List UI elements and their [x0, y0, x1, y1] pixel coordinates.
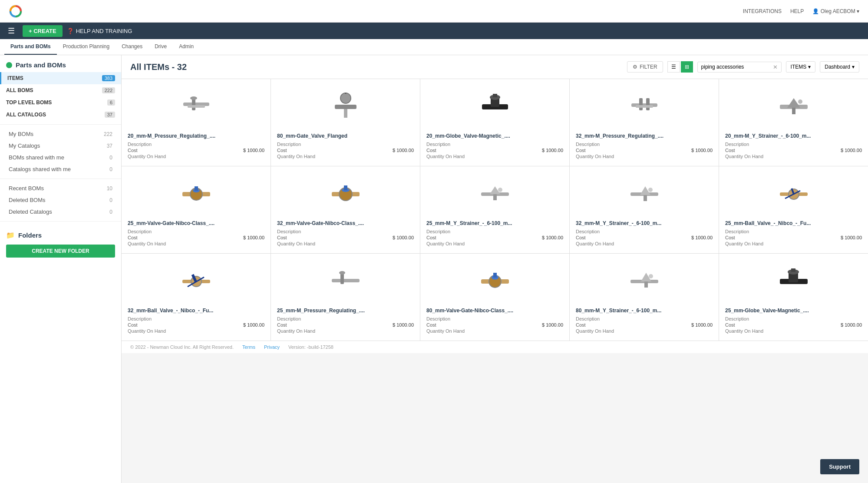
svg-point-3: [190, 96, 197, 100]
create-button[interactable]: + CREATE: [23, 25, 63, 37]
grid-view-button[interactable]: ⊞: [681, 61, 693, 73]
item-card[interactable]: 32_mm-Valve-Gate-Nibco-Class_.... Descri…: [271, 166, 420, 253]
create-folder-button[interactable]: CREATE NEW FOLDER: [6, 245, 115, 258]
sub-navigation: Parts and BOMs Production Planning Chang…: [0, 39, 868, 55]
user-menu[interactable]: 👤 Oleg AECBOM ▾: [812, 8, 859, 14]
item-image: [426, 260, 563, 303]
item-qty: Quantity On Hand: [426, 328, 465, 334]
sidebar-sub-deleted-catalogs[interactable]: Deleted Catalogs 0: [0, 206, 121, 218]
sidebar-sub-my-boms[interactable]: My BOMs 222: [0, 128, 121, 140]
item-image: [576, 172, 713, 216]
item-card[interactable]: 80_mm-Gate_Valve_Flanged Description Cos…: [271, 79, 420, 166]
filter-button[interactable]: ⚙ FILTER: [627, 61, 663, 73]
item-card[interactable]: 32_mm-M_Pressure_Regulating_.... Descrip…: [570, 79, 719, 166]
catalogs-shared-count: 0: [109, 166, 112, 172]
item-qty: Quantity On Hand: [277, 328, 315, 334]
svg-point-38: [648, 188, 653, 192]
item-name: 80_mm-Valve-Gate-Nibco-Class_....: [426, 308, 513, 314]
footer-copyright: © 2022 - Newman Cloud Inc. All Right Res…: [130, 344, 234, 350]
support-button[interactable]: Support: [820, 459, 859, 474]
sidebar-sub-my-catalogs[interactable]: My Catalogs 37: [0, 140, 121, 152]
item-name: 20_mm-Globe_Valve-Magnetic_....: [426, 133, 510, 139]
dashboard-dropdown-button[interactable]: Dashboard ▾: [820, 61, 859, 73]
svg-rect-56: [493, 273, 497, 278]
items-dropdown-button[interactable]: ITEMS ▾: [786, 61, 816, 73]
svg-rect-15: [646, 98, 650, 110]
subnav-drive[interactable]: Drive: [149, 39, 173, 55]
item-card[interactable]: 25_mm-Valve-Gate-Nibco-Class_.... Descri…: [122, 166, 271, 253]
subnav-changes[interactable]: Changes: [116, 39, 149, 55]
item-card[interactable]: 32_mm-M_Y_Strainer_-_6-100_m... Descript…: [570, 166, 719, 253]
svg-rect-2: [192, 98, 195, 110]
item-card[interactable]: 20_mm-M_Y_Strainer_-_6-100_m... Descript…: [719, 79, 868, 166]
logo-area: [9, 4, 23, 18]
item-card[interactable]: 25_mm-M_Y_Strainer_-_6-100_m... Descript…: [420, 166, 569, 253]
item-card[interactable]: 80_mm-Valve-Gate-Nibco-Class_.... Descri…: [420, 254, 569, 341]
sidebar-parts-boms-title: Parts and BOMs: [16, 61, 66, 69]
item-shape: [478, 89, 512, 124]
search-clear-button[interactable]: ✕: [773, 64, 778, 70]
sidebar-item-all-catalogs[interactable]: ALL CATALOGS 37: [0, 109, 121, 121]
integrations-link[interactable]: INTEGRATIONS: [743, 8, 782, 14]
item-description: Description: [277, 316, 301, 321]
sidebar-item-top-level-boms[interactable]: TOP LEVEL BOMS 6: [0, 96, 121, 109]
item-description: Description: [128, 229, 152, 234]
action-bar: ☰ + CREATE ❓ HELP AND TRAINING: [0, 23, 868, 39]
footer-privacy-link[interactable]: Privacy: [264, 344, 280, 350]
cost-value: $ 1000.00: [243, 148, 264, 153]
item-image: [128, 260, 264, 303]
item-card[interactable]: 25_mm-M_Pressure_Regulating_.... Descrip…: [271, 254, 420, 341]
item-image: [426, 85, 563, 129]
svg-rect-8: [344, 109, 347, 118]
top-navigation: INTEGRATIONS HELP 👤 Oleg AECBOM ▾: [0, 0, 868, 23]
cost-label: Cost: [128, 148, 138, 153]
sidebar-item-all-boms[interactable]: ALL BOMS 222: [0, 84, 121, 96]
item-name: 32_mm-Valve-Gate-Nibco-Class_....: [277, 220, 364, 226]
item-card[interactable]: 25_mm-Ball_Valve_-_Nibco_-_Fu... Descrip…: [719, 166, 868, 253]
deleted-catalogs-count: 0: [109, 209, 112, 215]
boms-shared-label: BOMs shared with me: [9, 154, 64, 161]
subnav-parts-boms[interactable]: Parts and BOMs: [4, 39, 57, 55]
item-cost-row: Cost $ 1000.00: [128, 322, 264, 328]
item-cost-row: Cost $ 1000.00: [576, 235, 713, 240]
item-card[interactable]: 20_mm-Globe_Valve-Magnetic_.... Descript…: [420, 79, 569, 166]
subnav-production-planning[interactable]: Production Planning: [57, 39, 116, 55]
sidebar-sub-recent-boms[interactable]: Recent BOMs 10: [0, 182, 121, 194]
list-view-button[interactable]: ☰: [667, 61, 680, 73]
sidebar-divider-2: [0, 179, 121, 179]
item-cost-row: Cost $ 1000.00: [426, 235, 563, 240]
item-description: Description: [128, 316, 152, 321]
item-name: 20_mm-M_Pressure_Regulating_....: [128, 133, 215, 139]
svg-rect-14: [639, 98, 643, 110]
help-link[interactable]: HELP: [790, 8, 804, 14]
my-catalogs-count: 37: [107, 143, 112, 149]
sidebar-sub-deleted-boms[interactable]: Deleted BOMs 0: [0, 194, 121, 206]
subnav-admin[interactable]: Admin: [173, 39, 200, 55]
deleted-boms-label: Deleted BOMs: [9, 197, 46, 203]
item-cost-row: Cost $ 1000.00: [277, 148, 414, 153]
item-image: [128, 85, 264, 129]
sidebar-sub-catalogs-shared[interactable]: Catalogs shared with me 0: [0, 163, 121, 175]
svg-rect-16: [636, 105, 653, 108]
item-image: [725, 85, 862, 129]
sidebar-item-items[interactable]: ITEMS 383: [0, 72, 121, 84]
item-card[interactable]: 25_mm-Globe_Valve-Magnetic_.... Descript…: [719, 254, 868, 341]
item-card[interactable]: 20_mm-M_Pressure_Regulating_.... Descrip…: [122, 79, 271, 166]
item-card[interactable]: 80_mm-M_Y_Strainer_-_6-100_m... Descript…: [570, 254, 719, 341]
item-description: Description: [576, 229, 600, 234]
item-description: Description: [426, 316, 450, 321]
content-header-controls: ⚙ FILTER ☰ ⊞ ✕ ITEMS ▾ Dashboard ▾: [627, 61, 859, 73]
item-card[interactable]: 32_mm-Ball_Valve_-_Nibco_-_Fu... Descrip…: [122, 254, 271, 341]
hamburger-button[interactable]: ☰: [4, 24, 18, 37]
item-qty: Quantity On Hand: [725, 241, 763, 246]
search-input[interactable]: [701, 64, 771, 70]
svg-point-34: [498, 188, 502, 192]
folders-label: Folders: [18, 232, 42, 239]
svg-point-20: [798, 99, 802, 104]
item-name: 25_mm-M_Pressure_Regulating_....: [277, 308, 365, 314]
footer-terms-link[interactable]: Terms: [242, 344, 255, 350]
sidebar-sub-boms-shared[interactable]: BOMs shared with me 0: [0, 152, 121, 163]
help-training-button[interactable]: ❓ HELP AND TRAINING: [67, 28, 132, 34]
item-name: 32_mm-M_Pressure_Regulating_....: [576, 133, 663, 139]
item-image: [426, 172, 563, 216]
